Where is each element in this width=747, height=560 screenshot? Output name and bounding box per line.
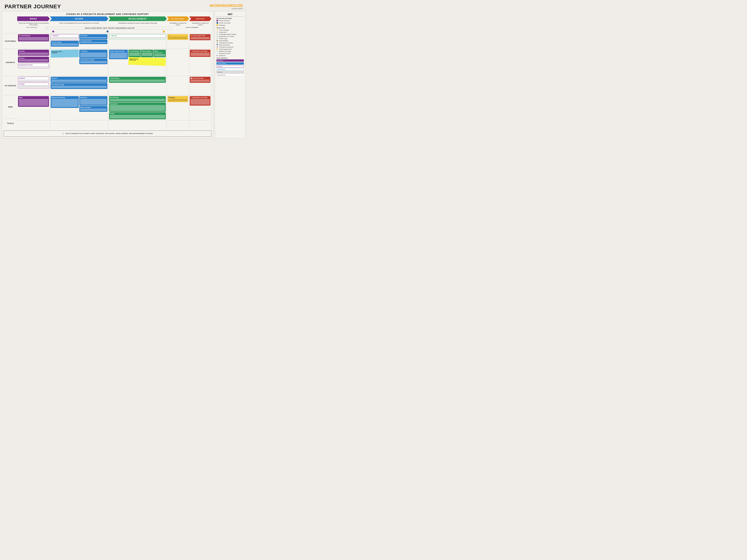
task-maintenance: 🔧Maintance & testing xyxy=(216,51,244,52)
partners-dev-cell: ✓ Approval xyxy=(108,33,167,49)
dev-line-2 xyxy=(110,106,165,107)
sprint-retro-card: Sprint retrospective xyxy=(154,50,166,57)
research-card-brief: Research xyxy=(18,57,49,62)
rb-line-4 xyxy=(51,103,78,103)
dev-card-title: Development xyxy=(110,103,165,105)
testing-card: Testing xyxy=(109,112,166,119)
growth-dev-cell: Project scope document A xyxy=(108,49,167,76)
env-staging-card: 🖥️ Staging xyxy=(168,96,188,102)
web-dev-cell: Sprint Backlog Development xyxy=(108,95,167,120)
sb-title: Sprint Backlog xyxy=(110,97,165,99)
testing-line-3 xyxy=(110,117,165,118)
key-panel: KEY MAJOR MILESTONES Partner sent brief … xyxy=(215,11,246,138)
ui-design-scope-card: User Interface design xyxy=(51,83,107,89)
growth-brief-cell: Coaching Research Design Brief document xyxy=(17,49,50,76)
figma-line-6 xyxy=(19,105,48,106)
stage-label-spacer xyxy=(4,17,17,21)
growth-dev-right: Account Manage Project Manage xyxy=(128,50,166,75)
vision-meetings-title: 💡 Vision Meetings xyxy=(19,35,48,36)
est-line-4 xyxy=(80,103,107,103)
card-line-1 xyxy=(19,37,48,38)
maintenance-testing-card: 🔧 Maintenance and testing xyxy=(190,50,210,57)
rb-line-2 xyxy=(51,100,78,101)
milestone-dot-scope xyxy=(107,31,108,32)
env-line-1 xyxy=(168,37,187,38)
es-line-2 xyxy=(168,100,187,101)
pm-title: Project Manage xyxy=(142,51,152,52)
bottom-banner: ↑ EACH CONSECUTIVE SPRINT GOES THROUGH T… xyxy=(4,131,211,137)
card-line-2 xyxy=(19,38,48,39)
ux-line-1 xyxy=(80,61,107,62)
brief-subtitle: Partner and WorkingMouse gain an underst… xyxy=(17,22,50,26)
sr-line-1 xyxy=(154,54,165,55)
kt-label: Knowledge transfer meeting xyxy=(219,34,236,35)
milestone-scope-item: Partner sent scope xyxy=(216,22,244,24)
stage-development: DEVELOPMENT xyxy=(108,17,167,21)
est-line-2 xyxy=(80,100,107,101)
priority-optional-label: Optional xyxy=(217,66,222,67)
row-label-web: WEB xyxy=(4,95,17,118)
ps-label: Project scope xyxy=(219,38,227,39)
development-card: Development xyxy=(109,103,166,112)
task-kt: 🔗Knowledge transfer meeting xyxy=(216,33,244,35)
rb-line-1 xyxy=(51,99,78,100)
kickoff-title: Kick off meeting xyxy=(51,42,78,43)
mtw-line-2 xyxy=(190,100,210,101)
logo-mouse: MOUSE xyxy=(229,3,243,8)
growth-dev-top-row: Account Manage Project Manage xyxy=(128,50,166,57)
web-env-cell: 🖥️ Staging xyxy=(167,95,189,120)
task-research-wiki: 📄Research and wiki xyxy=(216,53,244,54)
dev-line-1 xyxy=(110,105,165,106)
logo: WORKINGMOUSE innovation platform xyxy=(210,3,243,9)
sb-label: Sprint Backlog xyxy=(219,40,228,42)
vision-meetings-card: 💡 Vision Meetings xyxy=(18,34,49,41)
milestone-dots-row xyxy=(4,30,211,33)
logo-sub: innovation platform xyxy=(210,8,243,9)
sticky-note-blue: Stakeholder ClientsCustomers xyxy=(50,50,79,58)
stages-header: BRIEF SCOPE DEVELOPMENT ENVIRON­MENT SUP… xyxy=(4,17,211,21)
repeat-main: THESE STAGES REPEAT UNTIL PROJECT REQUIR… xyxy=(46,27,173,29)
sb-icon: 📦 xyxy=(216,40,218,42)
web-scope-right: Estimations Model Schematics xyxy=(79,96,107,119)
requirements-backlog-card: Requirements Backlog xyxy=(51,96,79,108)
milestone-delivery-dot xyxy=(216,24,218,26)
partners-scope-cell: ✓ Approval Kick off meeting xyxy=(50,33,108,49)
product-styling-card: Product Styling xyxy=(109,77,166,83)
figma-card: Figma xyxy=(18,96,49,107)
ux-scope-research-title: Research xyxy=(51,78,107,79)
mt-line-1 xyxy=(190,53,210,54)
approval-card-2: ✓ Approval xyxy=(109,34,166,39)
grid-row-uxdesign: Inspiration Concepts Rese xyxy=(17,76,211,95)
task-types-title: TASK TYPE xyxy=(216,27,244,29)
uid-line-2 xyxy=(51,87,107,88)
ms-title: Model Schematics xyxy=(80,107,107,108)
prod-label: Production environment xyxy=(219,46,233,48)
figma-line-1 xyxy=(19,99,48,100)
sr-line-2 xyxy=(154,55,165,56)
web-scope-left: Requirements Backlog xyxy=(51,96,79,119)
mt-title: 🔧 Maintenance and testing xyxy=(190,51,210,52)
con-line-2 xyxy=(19,86,48,87)
ux-brief-cell: Inspiration Concepts xyxy=(17,76,50,95)
mt-line-2 xyxy=(190,54,210,55)
scope-subtitle: Partner and WorkingMouse lay out the req… xyxy=(50,22,108,26)
kickoff-card: Kick off meeting xyxy=(51,41,79,47)
stage-scope: SCOPE xyxy=(50,17,108,21)
rb-line-5 xyxy=(51,104,78,105)
env-card: 🚀 xyxy=(168,34,188,40)
journey-grid: PARTNERS GROWTH UX DESIGN WEB TOOLS 💡 Vi… xyxy=(4,33,211,130)
milestone-dot-brief xyxy=(52,31,54,32)
ux-line-2 xyxy=(80,62,107,63)
task-sprint-backlog: 📦Sprint Backlog xyxy=(216,40,244,42)
ux-design-title: User Experience design xyxy=(80,59,107,61)
ux-scope-left: Research User Interface design xyxy=(51,77,107,95)
rb-line-3 xyxy=(51,101,78,102)
pm-line-2 xyxy=(142,54,152,55)
task-priority-title: TASK PRIORITY xyxy=(216,57,244,59)
task-design-brief: 📋Design brief xyxy=(216,31,244,33)
est-line-3 xyxy=(80,101,107,102)
pm-line-3 xyxy=(142,55,152,56)
submit-support-title: 🎫 Submit support ticket xyxy=(190,35,210,36)
tools-sup-cell xyxy=(189,120,211,130)
dev-subtitle: WorkingMouse develops the product using … xyxy=(108,22,167,26)
